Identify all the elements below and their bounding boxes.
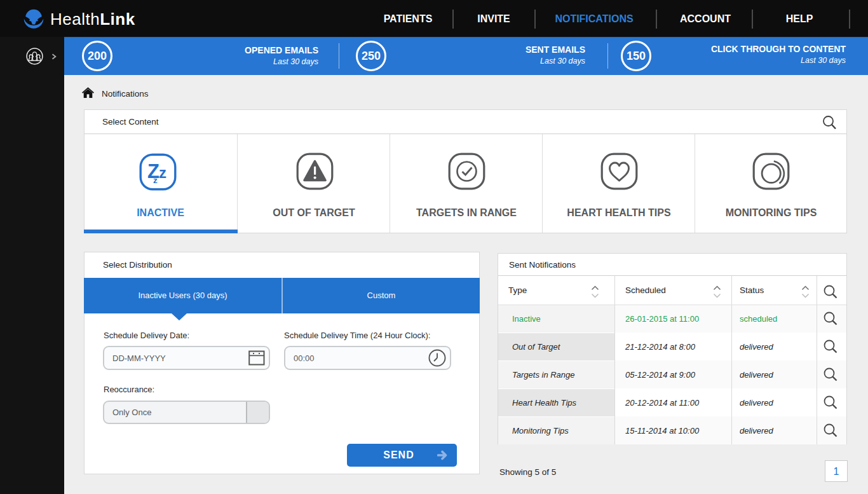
svg-text:z: z: [153, 175, 158, 185]
svg-text:z: z: [159, 164, 166, 181]
